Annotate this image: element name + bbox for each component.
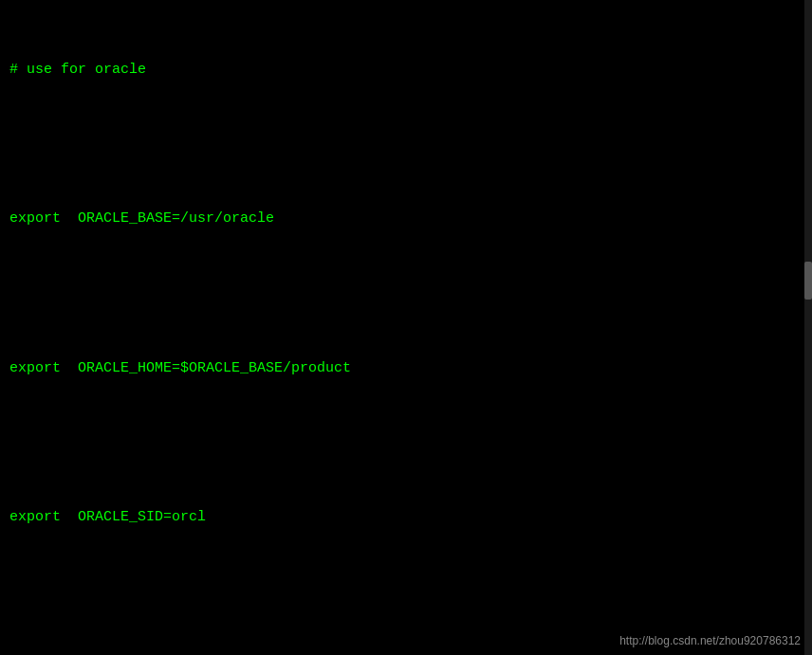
terminal-window: # use for oracle export ORACLE_BASE=/usr…	[0, 0, 812, 655]
scrollbar[interactable]	[804, 0, 812, 655]
code-line-8	[9, 580, 803, 605]
code-line-5: export ORACLE_HOME=$ORACLE_BASE/product	[9, 356, 803, 381]
code-line-7: export ORACLE_SID=orcl	[9, 505, 803, 530]
code-line-2	[9, 132, 803, 156]
code-content: # use for oracle export ORACLE_BASE=/usr…	[9, 8, 803, 655]
watermark: http://blog.csdn.net/zhou920786312	[619, 634, 801, 647]
code-line-4	[9, 282, 803, 306]
code-line-6	[9, 430, 803, 455]
code-line-3: export ORACLE_BASE=/usr/oracle	[9, 207, 803, 231]
scrollbar-thumb[interactable]	[804, 262, 812, 300]
code-line-1: # use for oracle	[9, 58, 803, 82]
